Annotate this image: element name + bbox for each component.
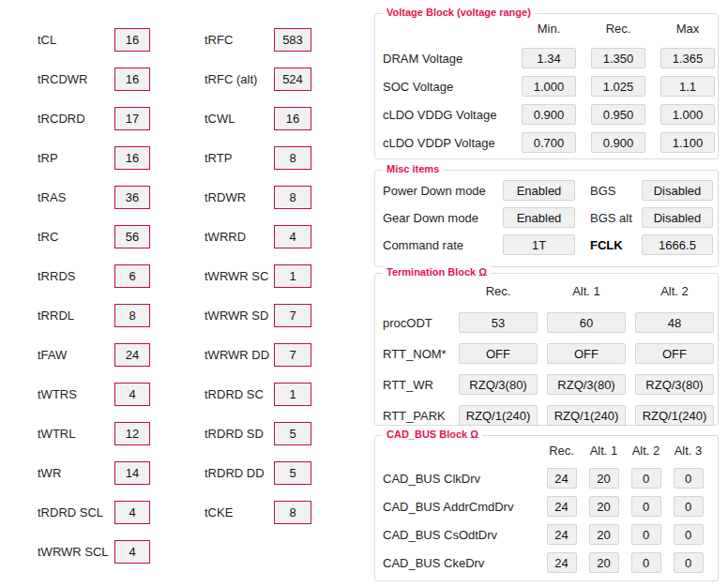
bgs-button[interactable]: Disabled <box>642 180 713 201</box>
timing-label-trdrd-dd: tRDRD DD <box>205 466 274 480</box>
procodt-rec-button[interactable]: 53 <box>459 312 538 333</box>
timing-label-twrrd: tWRRD <box>205 230 274 244</box>
rtt-nom-alt2-button[interactable]: OFF <box>635 343 714 364</box>
timing-input-twtrl[interactable]: 12 <box>114 422 150 445</box>
bgs-label: BGS <box>579 184 639 198</box>
timing-input-twtrs[interactable]: 4 <box>114 383 150 406</box>
cldo-vddg-max-button[interactable]: 1.000 <box>660 104 715 125</box>
command-rate-label: Command rate <box>383 238 499 252</box>
dram-voltage-max-button[interactable]: 1.365 <box>660 48 715 68</box>
cad-bus-addrcmddrv-alt2-button[interactable]: 0 <box>631 496 661 517</box>
cad-bus-ckedrv-alt1-button[interactable]: 20 <box>589 552 619 573</box>
cad-bus-ckedrv-alt2-button[interactable]: 0 <box>631 552 661 573</box>
cldo-vddp-rec-button[interactable]: 0.900 <box>591 132 645 153</box>
timing-input-twrrd[interactable]: 4 <box>274 225 311 248</box>
timing-input-tcke[interactable]: 8 <box>274 501 311 524</box>
timing-label-trfc: tRFC <box>205 33 274 47</box>
rtt-park-alt2-button[interactable]: RZQ/1(240) <box>635 405 714 426</box>
timing-input-tcwl[interactable]: 16 <box>274 107 311 130</box>
timing-input-trc[interactable]: 56 <box>114 225 150 248</box>
cad-bus-addrcmddrv-alt3-button[interactable]: 0 <box>674 496 704 517</box>
timing-input-trdrd-dd[interactable]: 5 <box>274 461 311 485</box>
cad-bus-clkdrv-alt3-button[interactable]: 0 <box>674 468 704 489</box>
cad-bus-ckedrv-label: CAD_BUS CkeDrv <box>383 556 540 570</box>
cldo-vddg-min-button[interactable]: 0.900 <box>522 104 576 125</box>
rtt-nom-alt1-button[interactable]: OFF <box>547 343 626 364</box>
rtt-nom-label: RTT_NOM* <box>383 347 454 361</box>
gear-down-mode-button[interactable]: Enabled <box>503 207 575 228</box>
timing-input-trfc[interactable]: 583 <box>274 28 311 52</box>
soc-voltage-max-button[interactable]: 1.1 <box>660 76 715 97</box>
fclk-label: FCLK <box>579 238 639 252</box>
rtt-park-rec-button[interactable]: RZQ/1(240) <box>459 405 538 426</box>
rtt-wr-rec-button[interactable]: RZQ/3(80) <box>459 374 538 395</box>
cad-bus-addrcmddrv-alt1-button[interactable]: 20 <box>589 496 619 517</box>
rtt-wr-alt1-button[interactable]: RZQ/3(80) <box>547 374 626 395</box>
timing-input-trcdrd[interactable]: 17 <box>114 107 150 130</box>
timing-input-trdrd-sd[interactable]: 5 <box>274 422 311 445</box>
timing-input-trdrd-scl[interactable]: 4 <box>114 501 150 524</box>
timing-label-trdrd-sd: tRDRD SD <box>205 427 274 441</box>
cad-bus-csodtdrv-alt2-button[interactable]: 0 <box>631 524 661 545</box>
cad-bus-table: Rec. Alt. 1 Alt. 2 Alt. 3 CAD_BUS ClkDrv… <box>375 436 718 573</box>
timing-label-trcdrd: tRCDRD <box>38 112 114 126</box>
rtt-nom-rec-button[interactable]: OFF <box>459 343 538 364</box>
cad-bus-ckedrv-rec-button[interactable]: 24 <box>547 552 577 573</box>
cad-bus-csodtdrv-alt1-button[interactable]: 20 <box>589 524 619 545</box>
cad-bus-addrcmddrv-rec-button[interactable]: 24 <box>547 496 577 517</box>
timing-label-trtp: tRTP <box>205 151 274 165</box>
timing-input-trcdwr[interactable]: 16 <box>114 68 150 91</box>
timing-label-trp: tRP <box>38 151 114 165</box>
cad-bus-clkdrv-label: CAD_BUS ClkDrv <box>383 472 540 486</box>
voltage-block: Voltage Block (voltage range) Min. Rec. … <box>374 13 719 159</box>
power-down-mode-button[interactable]: Enabled <box>503 180 575 201</box>
voltage-header-min: Min. <box>514 18 584 40</box>
rtt-wr-alt2-button[interactable]: RZQ/3(80) <box>635 374 714 395</box>
timing-input-twrwr-sc[interactable]: 1 <box>274 264 311 288</box>
timing-input-trrds[interactable]: 6 <box>114 264 150 288</box>
dram-voltage-min-button[interactable]: 1.34 <box>522 48 576 68</box>
timing-input-twrwr-dd[interactable]: 7 <box>274 343 311 367</box>
timing-input-tfaw[interactable]: 24 <box>114 343 150 367</box>
cldo-vddp-max-button[interactable]: 1.100 <box>660 132 715 153</box>
timing-input-trrdl[interactable]: 8 <box>114 304 150 327</box>
bgs-alt-label: BGS alt <box>579 211 639 225</box>
termination-header-rec: Rec. <box>454 281 542 302</box>
cad-bus-block-title: CAD_BUS Block Ω <box>383 429 482 440</box>
dram-voltage-label: DRAM Voltage <box>383 52 514 66</box>
timing-input-twrwr-sd[interactable]: 7 <box>274 304 311 327</box>
spacer <box>383 29 514 30</box>
cad-bus-clkdrv-rec-button[interactable]: 24 <box>547 468 577 489</box>
timing-input-trp[interactable]: 16 <box>114 146 150 170</box>
cad-bus-ckedrv-alt3-button[interactable]: 0 <box>674 552 704 573</box>
termination-header-alt1: Alt. 1 <box>542 281 630 302</box>
timing-input-tras[interactable]: 36 <box>114 186 150 209</box>
timing-input-twrwr-scl[interactable]: 4 <box>114 540 150 564</box>
timing-input-trdrd-sc[interactable]: 1 <box>274 383 311 406</box>
rtt-park-alt1-button[interactable]: RZQ/1(240) <box>547 405 626 426</box>
dram-voltage-rec-button[interactable]: 1.350 <box>591 48 645 68</box>
fclk-value-button[interactable]: 1666.5 <box>642 234 713 255</box>
timing-label-trfc-alt: tRFC (alt) <box>205 72 274 86</box>
cldo-vddg-rec-button[interactable]: 0.950 <box>591 104 645 125</box>
cad-bus-addrcmddrv-label: CAD_BUS AddrCmdDrv <box>383 500 540 514</box>
soc-voltage-rec-button[interactable]: 1.025 <box>591 76 645 97</box>
cad-bus-clkdrv-alt1-button[interactable]: 20 <box>589 468 619 489</box>
timing-input-trtp[interactable]: 8 <box>274 146 311 170</box>
cldo-vddp-min-button[interactable]: 0.700 <box>522 132 576 153</box>
command-rate-button[interactable]: 1T <box>503 234 575 255</box>
bgs-alt-button[interactable]: Disabled <box>642 207 713 228</box>
cad-bus-csodtdrv-rec-button[interactable]: 24 <box>547 524 577 545</box>
timing-input-twr[interactable]: 14 <box>114 461 150 485</box>
cad-bus-clkdrv-alt2-button[interactable]: 0 <box>631 468 661 489</box>
soc-voltage-min-button[interactable]: 1.000 <box>522 76 576 97</box>
termination-table: Rec. Alt. 1 Alt. 2 procODT 53 60 48 RTT_… <box>375 274 718 426</box>
procodt-alt2-button[interactable]: 48 <box>635 312 714 333</box>
timing-input-tcl[interactable]: 16 <box>114 28 150 52</box>
timing-input-trdwr[interactable]: 8 <box>274 186 311 209</box>
timing-input-trfc-alt[interactable]: 524 <box>274 68 311 91</box>
procodt-alt1-button[interactable]: 60 <box>547 312 626 333</box>
termination-header-alt2: Alt. 2 <box>630 281 719 302</box>
timing-label-trdrd-sc: tRDRD SC <box>205 387 274 401</box>
cad-bus-csodtdrv-alt3-button[interactable]: 0 <box>674 524 704 545</box>
